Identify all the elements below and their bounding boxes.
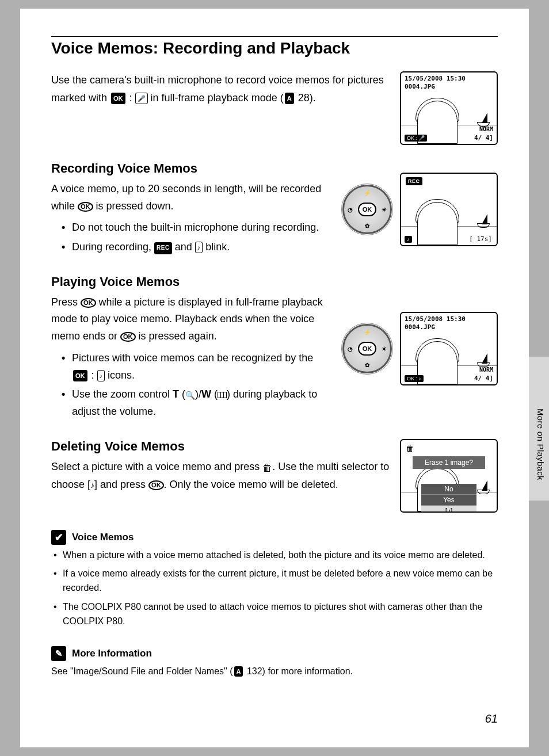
lcd-screenshot-erase-dialog: 🗑 Erase 1 image? No Yes [♪] [400,439,498,513]
lcd-screenshot-playing: 15/05/2008 15:30 0004.JPG NORM OK : ♪ 4/… [400,312,498,385]
deleting-heading: Deleting Voice Memos [51,439,390,454]
page-ref-icon: A [285,93,294,105]
lcd4-trash-icon: 🗑 [406,444,414,453]
rec-indicator-icon: REC [154,242,172,254]
ok-button-icon: OK [81,298,96,308]
playing-bullet-2: Use the zoom control T (🔍)/W () during p… [62,386,332,420]
note-icon: ♪ [90,480,94,490]
ok-colon-icon: OK [73,370,87,381]
playing-p1: Press OK while a picture is displayed in… [51,294,332,345]
zoom-in-icon: 🔍 [185,389,195,402]
dial-left-icon: ◔ [348,207,353,213]
multi-selector-dial: OK ⚡ ✿ ☀ ◔ [342,185,392,234]
notes-heading: Voice Memos [72,532,134,543]
note-check-icon: ✔ [51,530,66,545]
dial-up-icon: ⚡ [364,329,371,335]
lcd1-norm: NORM [479,126,493,132]
ok-button-icon: OK [120,332,136,342]
dial-ok-button: OK [358,342,376,356]
ok-button-icon: OK [78,202,93,212]
erase-dialog-options: No Yes [♪] [421,484,476,513]
lcd2-timer: [ 17s] [469,235,492,243]
zoom-t-label: T [173,388,179,400]
lcd1-ok-icon: OK : 🎤 [405,135,427,142]
erase-option-yes: Yes [421,495,476,506]
recording-bullet-1: Do not touch the built-in microphone dur… [62,219,332,236]
lcd1-counter: 4/ 4] [474,134,493,142]
page-ref-icon: A [234,666,243,677]
ok-button-icon: OK [148,480,164,490]
recording-p1: A voice memo, up to 20 seconds in length… [51,181,332,215]
lcd3-ok-icon: OK : ♪ [405,375,424,382]
ok-colon-icon: OK [111,93,125,105]
lcd1-timestamp: 15/05/2008 15:30 [405,75,466,82]
dial-down-icon: ✿ [365,362,369,368]
lcd-screenshot-playback: 15/05/2008 15:30 0004.JPG NORM OK : 🎤 4/… [400,71,498,145]
lcd2-rec-indicator: REC [406,177,422,185]
lcd-screenshot-recording: REC ♪ [ 17s] [400,173,498,246]
lcd3-counter: 4/ 4] [474,375,493,382]
note-2: If a voice memo already exists for the c… [54,567,498,595]
erase-dialog-title: Erase 1 image? [413,456,485,469]
erase-option-memo: [♪] [421,506,476,513]
header-rule [51,36,498,37]
intro-post: in full-frame playback mode ( [151,92,284,104]
zoom-w-label: W [201,388,211,400]
intro-colon: : [127,92,135,104]
dial-right-icon: ☀ [382,345,387,352]
more-info-text: See "Image/Sound File and Folder Names" … [51,665,498,678]
note-1: When a picture with a voice memo attache… [54,548,498,563]
dial-down-icon: ✿ [365,223,369,229]
recording-bullet-2: During recording, REC and ♪ blink. [62,239,332,256]
thumbnails-icon [218,392,227,398]
mic-icon: 🎤 [135,93,148,105]
lcd3-filename: 0004.JPG [405,323,435,331]
erase-option-no: No [421,484,476,495]
multi-selector-dial: OK ⚡ ✿ ☀ ◔ [342,324,392,373]
info-badge-icon: ✎ [51,646,66,661]
lcd2-memo-icon: ♪ [405,236,412,243]
dial-left-icon: ◔ [348,345,353,352]
manual-page: Voice Memos: Recording and Playback Use … [20,9,529,747]
lcd1-filename: 0004.JPG [405,83,435,90]
dial-right-icon: ☀ [382,207,387,213]
memo-icon: ♪ [97,370,105,381]
dial-ok-button: OK [358,203,376,216]
memo-icon: ♪ [195,242,203,253]
lcd3-timestamp: 15/05/2008 15:30 [405,315,466,323]
recording-heading: Recording Voice Memos [51,161,332,176]
trash-icon: 🗑 [262,463,272,474]
lcd3-norm: NORM [479,366,493,373]
intro-paragraph: Use the camera's built-in microphone to … [51,71,388,145]
dial-up-icon: ⚡ [364,190,371,196]
more-info-heading: More Information [72,648,152,659]
page-number: 61 [485,712,498,726]
page-title: Voice Memos: Recording and Playback [51,39,498,58]
intro-ref-page: 28). [295,92,316,104]
side-chapter-label: More on Playback [536,408,546,480]
playing-bullet-1: Pictures with voice memos can be recogni… [62,350,332,384]
deleting-p1: Select a picture with a voice memo and p… [51,459,390,494]
playing-heading: Playing Voice Memos [51,274,332,289]
note-3: The COOLPIX P80 cannot be used to attach… [54,600,498,629]
